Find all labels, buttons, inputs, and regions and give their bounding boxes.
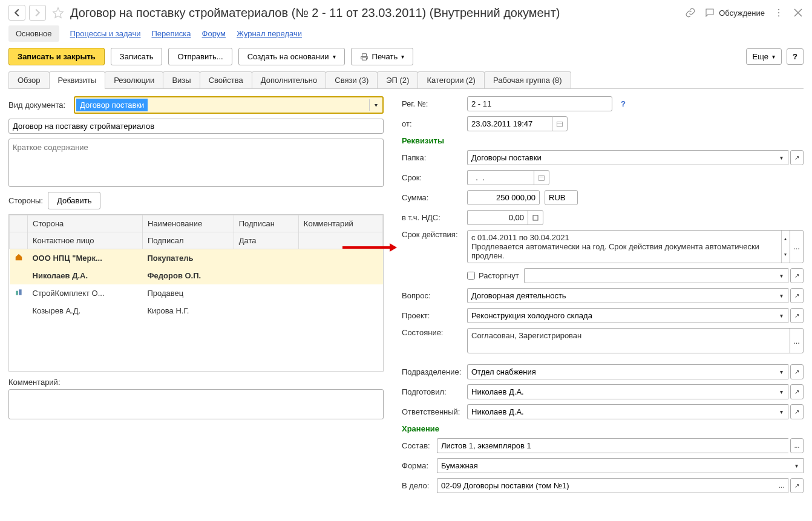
from-date-input[interactable] (467, 116, 552, 131)
page-title: Договор на поставку стройматериалов (№ 2… (70, 6, 681, 20)
vat-input[interactable] (467, 210, 528, 225)
open-icon[interactable]: ↗ (790, 364, 804, 379)
add-party-button[interactable]: Добавить (48, 192, 100, 209)
dept-input[interactable] (467, 364, 775, 379)
forward-button[interactable] (29, 5, 46, 21)
dropdown-icon[interactable]: ▾ (775, 150, 788, 165)
help-icon[interactable]: ? (621, 99, 626, 108)
expand-icon[interactable]: ... (790, 438, 804, 453)
subtab-visas[interactable]: Визы (163, 71, 200, 88)
back-button[interactable] (8, 5, 25, 21)
dropdown-icon[interactable]: ▾ (775, 308, 788, 323)
dropdown-icon[interactable]: ▾ (775, 288, 788, 303)
form-label: Форма: (402, 461, 432, 470)
subtab-resolutions[interactable]: Резолюции (105, 71, 163, 88)
col-icon (10, 215, 28, 232)
create-based-button[interactable]: Создать на основании▾ (238, 48, 345, 65)
subtab-links[interactable]: Связи (3) (326, 71, 378, 88)
chevron-down-icon[interactable]: ▾ (369, 99, 382, 111)
folder-input[interactable] (467, 150, 775, 165)
more-button[interactable]: Еще ▾ (746, 48, 782, 65)
open-icon[interactable]: ↗ (790, 150, 804, 165)
sum-label: Сумма: (402, 193, 462, 202)
open-icon[interactable]: ↗ (790, 478, 804, 493)
dropdown-icon[interactable]: ▾ (775, 268, 788, 283)
calendar-icon[interactable] (534, 170, 549, 185)
col-signed-by: Подписал (143, 232, 234, 249)
subtab-additional[interactable]: Дополнительно (252, 71, 327, 88)
table-row[interactable]: Николаев Д.А. Федоров О.П. (10, 267, 383, 284)
table-row[interactable]: Козырев А.Д. Кирова Н.Г. (10, 303, 383, 319)
case-input[interactable] (437, 478, 775, 493)
expand-icon[interactable]: ... (775, 478, 788, 493)
sum-input[interactable] (467, 190, 540, 205)
save-close-button[interactable]: Записать и закрыть (8, 48, 105, 65)
top-tab-forum[interactable]: Форум (202, 25, 226, 42)
terminated-checkbox[interactable] (467, 272, 475, 280)
save-button[interactable]: Записать (111, 48, 163, 65)
subtab-categories[interactable]: Категории (2) (417, 71, 485, 88)
svg-point-0 (778, 9, 779, 10)
subtab-overview[interactable]: Обзор (8, 71, 50, 88)
arrow-annotation-icon (342, 243, 397, 252)
dropdown-icon[interactable]: ▾ (775, 404, 788, 419)
subtab-ep[interactable]: ЭП (2) (377, 71, 418, 88)
responsible-input[interactable] (467, 404, 775, 419)
currency-input[interactable] (545, 190, 578, 205)
terminated-doc-input[interactable] (524, 268, 775, 283)
top-tab-correspondence[interactable]: Переписка (152, 25, 191, 42)
subtab-workgroup[interactable]: Рабочая группа (8) (484, 71, 571, 88)
print-button[interactable]: Печать▾ (351, 48, 414, 65)
print-label: Печать (372, 52, 398, 61)
spinner-down-icon[interactable]: ▾ (781, 247, 788, 263)
reg-no-input[interactable] (467, 96, 612, 111)
doc-type-input[interactable]: Договор поставки ▾ (74, 96, 384, 114)
folder-label: Папка: (402, 153, 462, 162)
expand-icon[interactable]: ... (790, 329, 803, 353)
open-icon[interactable]: ↗ (790, 308, 804, 323)
doc-name-input[interactable] (8, 119, 384, 134)
from-label: от: (402, 119, 462, 128)
send-button[interactable]: Отправить... (168, 48, 232, 65)
content-input[interactable] (437, 438, 788, 453)
spinner-up-icon[interactable]: ▴ (781, 231, 788, 247)
link-icon[interactable] (685, 7, 696, 18)
open-icon[interactable]: ↗ (790, 268, 804, 283)
form-input[interactable] (437, 458, 790, 473)
svg-rect-7 (533, 215, 538, 220)
top-tab-transfer-log[interactable]: Журнал передачи (237, 25, 302, 42)
question-input[interactable] (467, 288, 775, 303)
project-input[interactable] (467, 308, 775, 323)
help-button[interactable]: ? (787, 48, 804, 65)
org-icon (15, 288, 23, 297)
prepared-input[interactable] (467, 384, 775, 399)
calc-icon[interactable] (528, 210, 543, 225)
favorite-icon[interactable] (52, 7, 64, 19)
open-icon[interactable]: ↗ (790, 384, 804, 399)
chevron-down-icon: ▾ (772, 53, 775, 60)
subtab-requisites[interactable]: Реквизиты (49, 71, 106, 88)
top-tab-processes[interactable]: Процессы и задачи (70, 25, 141, 42)
close-icon[interactable] (793, 7, 804, 18)
more-icon[interactable] (773, 7, 784, 18)
summary-textarea[interactable] (8, 139, 384, 187)
dropdown-icon[interactable]: ▾ (775, 364, 788, 379)
col-contact: Контактное лицо (28, 232, 143, 249)
table-row[interactable]: СтройКомплект О... Продавец (10, 284, 383, 303)
subtab-properties[interactable]: Свойства (200, 71, 252, 88)
top-tab-main[interactable]: Основное (8, 25, 59, 42)
open-icon[interactable]: ↗ (790, 288, 804, 303)
calendar-icon[interactable] (552, 116, 568, 131)
vat-label: в т.ч. НДС: (402, 213, 462, 222)
term-input[interactable] (467, 170, 534, 185)
table-row[interactable]: ООО НПЦ "Мерк... Покупатель (10, 249, 383, 267)
dropdown-icon[interactable]: ▾ (790, 458, 804, 473)
state-box[interactable]: Согласован, Зарегистрирован ... (467, 328, 804, 353)
expand-icon[interactable]: ... (790, 231, 803, 263)
open-icon[interactable]: ↗ (790, 404, 804, 419)
discuss-button[interactable]: Обсуждение (704, 7, 765, 18)
comment-textarea[interactable] (8, 389, 384, 419)
dropdown-icon[interactable]: ▾ (775, 384, 788, 399)
validity-box[interactable]: с 01.04.2011 по 30.04.2021 Продлевается … (467, 230, 804, 263)
col-signed: Подписан (234, 215, 298, 232)
